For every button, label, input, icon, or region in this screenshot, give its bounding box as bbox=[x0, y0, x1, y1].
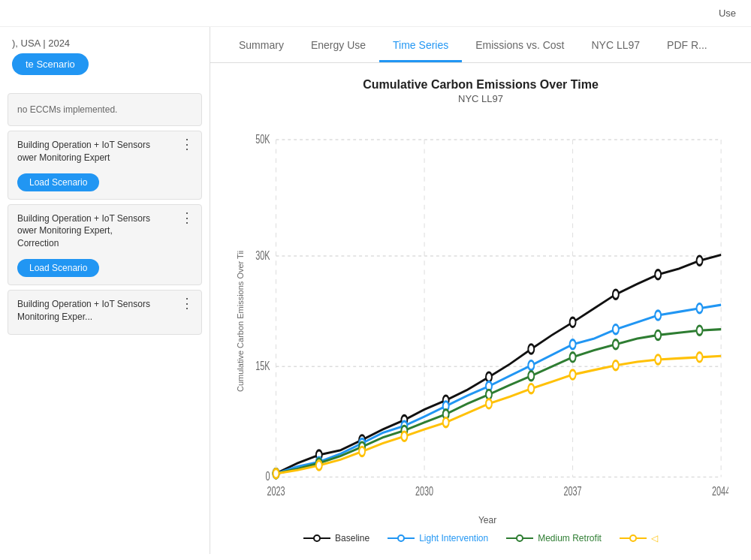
svg-text:2030: 2030 bbox=[415, 484, 433, 498]
svg-point-63 bbox=[398, 535, 404, 541]
card-2-title: Building Operation + IoT Sensorsower Mon… bbox=[17, 212, 192, 250]
sidebar-card-3: ⋮ Building Operation + IoT SensorsMonito… bbox=[8, 290, 202, 335]
legend-fourth: ◁ bbox=[620, 533, 658, 543]
svg-point-33 bbox=[528, 361, 534, 370]
sidebar-card-1: ⋮ Building Operation + IoT Sensorsower M… bbox=[8, 131, 202, 200]
svg-point-24 bbox=[613, 290, 619, 299]
svg-point-67 bbox=[630, 535, 636, 541]
chart-svg-element: 0 15K 30K 50K 2023 2030 2037 2044 bbox=[246, 116, 728, 512]
top-bar-link[interactable]: Use bbox=[719, 8, 736, 19]
sidebar-card-2: ⋮ Building Operation + IoT Sensorsower M… bbox=[8, 204, 202, 285]
legend-baseline-label: Baseline bbox=[335, 533, 369, 543]
sidebar-header: ), USA | 2024 te Scenario bbox=[0, 27, 210, 89]
svg-text:15K: 15K bbox=[255, 358, 270, 372]
legend-baseline: Baseline bbox=[303, 533, 369, 543]
legend-medium-label: Medium Retrofit bbox=[538, 533, 602, 543]
chart-area: Cumulative Carbon Emissions Over Time NY… bbox=[210, 63, 751, 554]
svg-point-46 bbox=[613, 340, 619, 349]
legend-fourth-label: ◁ bbox=[651, 533, 658, 543]
svg-point-21 bbox=[486, 372, 492, 381]
legend-light-label: Light Intervention bbox=[419, 533, 488, 543]
legend-baseline-icon bbox=[303, 533, 330, 543]
svg-point-23 bbox=[570, 318, 576, 327]
svg-point-35 bbox=[613, 324, 619, 333]
chart-title: Cumulative Carbon Emissions Over Time bbox=[233, 78, 728, 92]
sidebar-scroll[interactable]: no ECCMs implemented. ⋮ Building Operati… bbox=[0, 89, 210, 554]
svg-point-47 bbox=[655, 330, 661, 339]
legend-medium-icon bbox=[506, 533, 533, 543]
svg-text:0: 0 bbox=[266, 469, 270, 483]
chart-subtitle: NYC LL97 bbox=[233, 93, 728, 104]
svg-point-51 bbox=[359, 447, 365, 456]
card-1-title: Building Operation + IoT Sensorsower Mon… bbox=[17, 139, 192, 164]
tab-time-series[interactable]: Time Series bbox=[379, 27, 462, 62]
svg-point-54 bbox=[486, 399, 492, 408]
svg-point-48 bbox=[697, 326, 703, 335]
top-bar: Use bbox=[0, 0, 751, 27]
svg-point-22 bbox=[528, 345, 534, 354]
x-axis-label: Year bbox=[246, 512, 728, 525]
main-layout: ), USA | 2024 te Scenario no ECCMs imple… bbox=[0, 27, 751, 554]
svg-text:2044: 2044 bbox=[712, 484, 728, 498]
legend-fourth-icon bbox=[620, 533, 647, 543]
baseline-line bbox=[276, 254, 722, 473]
card-2-menu-icon[interactable]: ⋮ bbox=[180, 211, 194, 224]
tab-bar: Summary Energy Use Time Series Emissions… bbox=[210, 27, 751, 63]
svg-point-56 bbox=[570, 370, 576, 379]
chart-plot-area: 0 15K 30K 50K 2023 2030 2037 2044 bbox=[246, 116, 728, 525]
tab-nyc-ll97[interactable]: NYC LL97 bbox=[578, 27, 653, 62]
svg-text:2023: 2023 bbox=[267, 484, 285, 498]
svg-point-37 bbox=[697, 304, 703, 313]
svg-point-45 bbox=[570, 353, 576, 362]
svg-point-36 bbox=[655, 311, 661, 320]
svg-point-34 bbox=[570, 340, 576, 349]
svg-point-26 bbox=[697, 256, 703, 265]
svg-point-55 bbox=[528, 384, 534, 393]
card-3-title: Building Operation + IoT SensorsMonitori… bbox=[17, 298, 192, 324]
svg-point-57 bbox=[613, 361, 619, 370]
svg-point-58 bbox=[655, 355, 661, 364]
chart-svg: 0 15K 30K 50K 2023 2030 2037 2044 bbox=[246, 116, 728, 512]
legend-light-icon bbox=[388, 533, 415, 543]
legend-light: Light Intervention bbox=[388, 533, 488, 543]
tab-pdf-r[interactable]: PDF R... bbox=[653, 27, 721, 62]
chart-container: Cumulative Carbon Emissions Over Tii bbox=[233, 116, 728, 525]
svg-point-25 bbox=[655, 270, 661, 279]
svg-point-65 bbox=[517, 535, 523, 541]
y-axis-label: Cumulative Carbon Emissions Over Tii bbox=[233, 116, 245, 525]
svg-point-61 bbox=[314, 535, 320, 541]
svg-text:50K: 50K bbox=[255, 131, 270, 146]
svg-point-49 bbox=[273, 469, 279, 478]
sidebar-blank-card: no ECCMs implemented. bbox=[8, 93, 202, 126]
chart-legend: Baseline Light Intervention Medium Retro… bbox=[233, 525, 728, 546]
legend-medium: Medium Retrofit bbox=[506, 533, 602, 543]
tab-emissions-cost[interactable]: Emissions vs. Cost bbox=[462, 27, 578, 62]
content-area: Summary Energy Use Time Series Emissions… bbox=[210, 27, 751, 554]
card-1-load-button[interactable]: Load Scenario bbox=[17, 173, 99, 191]
svg-point-44 bbox=[528, 371, 534, 380]
card-1-menu-icon[interactable]: ⋮ bbox=[180, 137, 194, 151]
svg-point-43 bbox=[486, 390, 492, 399]
svg-point-53 bbox=[443, 417, 449, 426]
svg-text:30K: 30K bbox=[255, 248, 270, 262]
sidebar-location: ), USA | 2024 bbox=[12, 38, 198, 49]
svg-text:2037: 2037 bbox=[564, 484, 582, 498]
svg-point-52 bbox=[401, 432, 407, 441]
tab-energy-use[interactable]: Energy Use bbox=[297, 27, 379, 62]
svg-point-59 bbox=[697, 353, 703, 362]
card-3-menu-icon[interactable]: ⋮ bbox=[180, 297, 194, 310]
card-2-load-button[interactable]: Load Scenario bbox=[17, 259, 99, 277]
sidebar: ), USA | 2024 te Scenario no ECCMs imple… bbox=[0, 27, 210, 554]
svg-point-50 bbox=[316, 461, 322, 470]
tab-summary[interactable]: Summary bbox=[225, 27, 297, 62]
scenario-button[interactable]: te Scenario bbox=[12, 53, 89, 75]
